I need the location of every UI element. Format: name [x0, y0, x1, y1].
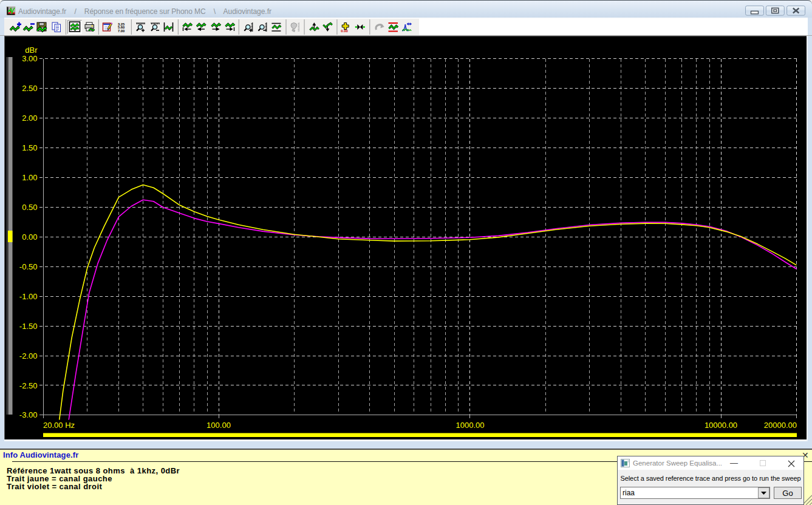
svg-text:0.50: 0.50: [22, 203, 37, 212]
svg-text:-1.50: -1.50: [19, 322, 38, 331]
svg-text:20.00 Hz: 20.00 Hz: [43, 421, 75, 430]
svg-text:7.00: 7.00: [118, 29, 125, 33]
svg-text:-2.50: -2.50: [19, 381, 38, 390]
svg-text:20000.00: 20000.00: [764, 421, 797, 430]
svg-text:100.00: 100.00: [206, 421, 231, 430]
svg-text:10000.00: 10000.00: [705, 421, 737, 430]
svg-text:0.00: 0.00: [341, 29, 348, 33]
svg-text:2.00: 2.00: [22, 114, 37, 123]
svg-text:-1.00: -1.00: [19, 292, 38, 301]
svg-text:1.00: 1.00: [22, 173, 37, 182]
svg-text:-2.00: -2.00: [19, 351, 38, 361]
svg-text:0.00: 0.00: [22, 232, 37, 242]
svg-text:1000.00: 1000.00: [456, 421, 485, 430]
svg-text:2.50: 2.50: [22, 84, 37, 93]
svg-text:3.00: 3.00: [22, 54, 37, 63]
svg-text:-3.00: -3.00: [19, 410, 38, 419]
svg-text:dBr: dBr: [25, 46, 38, 55]
svg-text:1.50: 1.50: [22, 143, 37, 152]
svg-text:-0.50: -0.50: [19, 262, 38, 271]
